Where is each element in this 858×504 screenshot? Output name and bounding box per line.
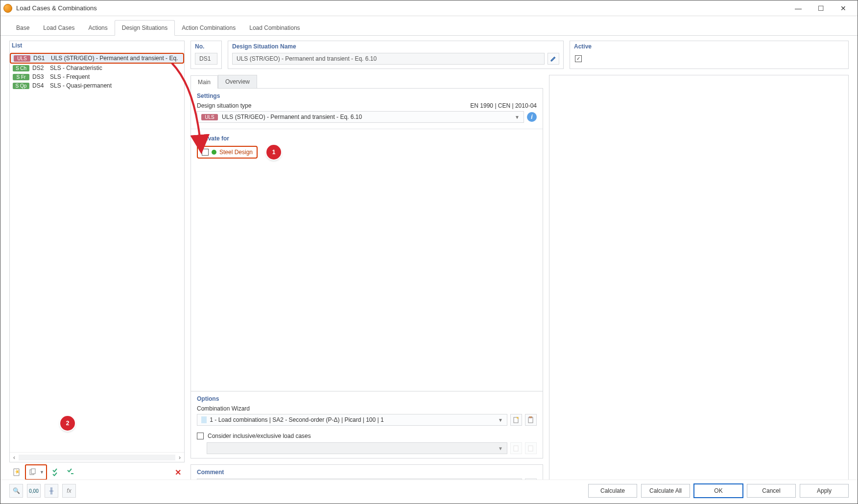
situations-list[interactable]: ULS DS1 ULS (STR/GEO) - Permanent and tr…	[10, 52, 184, 452]
tab-actions[interactable]: Actions	[81, 21, 114, 35]
cw-code-badge	[201, 416, 207, 423]
list-item-name: ULS (STR/GEO) - Permanent and transient …	[51, 55, 178, 62]
list-header: List	[10, 41, 184, 52]
window-title: Load Cases & Combinations	[16, 4, 787, 12]
list-item-name: SLS - Characteristic	[50, 65, 102, 71]
list-item-code: DS3	[32, 73, 47, 80]
formula-icon: fx	[67, 487, 71, 494]
subtab-overview[interactable]: Overview	[218, 75, 257, 88]
number-label: No.	[191, 41, 221, 52]
consider-new-button	[510, 442, 522, 454]
window-controls: — ☐ ✕	[787, 1, 855, 16]
cancel-button[interactable]: Cancel	[747, 484, 796, 498]
close-button[interactable]: ✕	[832, 1, 855, 16]
badge-uls: ULS	[14, 55, 30, 62]
side-panel	[549, 75, 849, 496]
cw-value: 1 - Load combinations | SA2 - Second-ord…	[210, 416, 383, 423]
calculate-all-button[interactable]: Calculate All	[641, 484, 690, 498]
svg-rect-10	[528, 446, 533, 451]
number-field[interactable]	[195, 53, 217, 65]
structure-button[interactable]: ╫	[45, 484, 58, 498]
deselect-icon	[67, 468, 74, 476]
new-icon	[12, 468, 20, 476]
badge-sch: S Ch	[13, 65, 29, 71]
apply-button[interactable]: Apply	[800, 484, 849, 498]
new-icon	[513, 416, 520, 423]
copy-item-button[interactable]	[27, 466, 39, 478]
list-item[interactable]: S Fr DS3 SLS - Frequent	[10, 72, 184, 81]
new-item-button[interactable]	[10, 466, 22, 478]
tab-base[interactable]: Base	[9, 21, 36, 35]
search-icon: 🔍	[13, 487, 20, 494]
title-bar: Load Cases & Combinations — ☐ ✕	[0, 0, 858, 16]
list-panel: List ULS DS1 ULS (STR/GEO) - Permanent a…	[9, 41, 185, 496]
comment-header: Comment	[197, 469, 537, 476]
formula-button[interactable]: fx	[62, 484, 76, 498]
annotation-marker-2: 2	[60, 416, 75, 431]
consider-checkbox[interactable]	[197, 433, 204, 439]
tab-design-situations[interactable]: Design Situations	[115, 20, 175, 36]
svg-rect-7	[528, 417, 533, 423]
list-item[interactable]: S Ch DS2 SLS - Characteristic	[10, 64, 184, 72]
badge-sfr: S Fr	[13, 74, 29, 80]
deselect-all-button[interactable]	[65, 466, 76, 478]
active-checkbox[interactable]: ✓	[575, 55, 582, 62]
list-item-code: DS2	[32, 65, 47, 71]
steel-design-option[interactable]: Steel Design	[197, 146, 258, 159]
list-item[interactable]: ULS DS1 ULS (STR/GEO) - Permanent and tr…	[10, 53, 184, 64]
list-item-code: DS4	[32, 82, 47, 89]
edit-icon	[550, 55, 557, 62]
list-scrollbar[interactable]: ‹ ›	[10, 452, 184, 462]
calculate-button[interactable]: Calculate	[588, 484, 637, 498]
type-value: ULS (STR/GEO) - Permanent and transient …	[222, 114, 362, 120]
steel-design-label: Steel Design	[219, 149, 253, 156]
minimize-button[interactable]: —	[787, 1, 810, 16]
steel-design-checkbox[interactable]	[202, 149, 209, 156]
activate-for-section: Activate for Steel Design 1	[191, 131, 543, 391]
cw-edit-button[interactable]	[525, 414, 537, 426]
scroll-right-icon[interactable]: ›	[175, 454, 184, 461]
name-panel: Design Situation Name	[228, 41, 564, 69]
settings-section: Settings Design situation type EN 1990 |…	[191, 89, 543, 127]
scroll-left-icon[interactable]: ‹	[10, 454, 19, 461]
delete-button[interactable]: ✕	[172, 466, 184, 478]
chevron-down-icon: ▼	[498, 446, 507, 451]
svg-rect-8	[529, 416, 532, 418]
tab-load-cases[interactable]: Load Cases	[36, 21, 81, 35]
annotation-marker-1: 1	[266, 145, 281, 160]
maximize-button[interactable]: ☐	[810, 1, 832, 16]
consider-dropdown[interactable]: ▼	[207, 442, 507, 454]
number-panel: No.	[191, 41, 222, 69]
list-item-name: SLS - Frequent	[50, 73, 90, 80]
combination-wizard-dropdown[interactable]: 1 - Load combinations | SA2 - Second-ord…	[197, 414, 507, 426]
select-all-button[interactable]	[50, 466, 62, 478]
dropdown-caret-icon[interactable]: ▼	[39, 466, 45, 478]
situation-type-dropdown[interactable]: ULS ULS (STR/GEO) - Permanent and transi…	[197, 111, 524, 123]
tab-action-combinations[interactable]: Action Combinations	[175, 21, 242, 35]
clipboard-icon	[527, 416, 534, 423]
standard-label: EN 1990 | CEN | 2010-04	[470, 102, 537, 109]
list-item[interactable]: S Qp DS4 SLS - Quasi-permanent	[10, 81, 184, 90]
chevron-down-icon: ▼	[515, 115, 520, 120]
ok-button[interactable]: OK	[694, 484, 743, 498]
tab-load-combinations[interactable]: Load Combinations	[242, 21, 307, 35]
active-panel: Active ✓	[570, 41, 849, 69]
combination-wizard-label: Combination Wizard	[197, 405, 537, 412]
info-icon[interactable]: i	[527, 112, 537, 122]
clipboard-icon	[527, 445, 534, 452]
type-badge: ULS	[201, 114, 218, 120]
list-item-name: SLS - Quasi-permanent	[50, 82, 112, 89]
name-field[interactable]	[232, 53, 545, 65]
status-dot-icon	[212, 150, 216, 155]
consider-edit-button	[525, 442, 537, 454]
units-icon: 0,00	[29, 488, 38, 494]
subtab-main[interactable]: Main	[191, 75, 218, 89]
activate-for-header: Activate for	[197, 135, 537, 142]
active-label: Active	[570, 41, 848, 52]
cw-new-button[interactable]	[510, 414, 522, 426]
list-toolbar: ▼ ✕	[9, 462, 185, 482]
units-button[interactable]: 0,00	[27, 484, 41, 498]
help-button[interactable]: 🔍	[9, 484, 23, 498]
edit-name-button[interactable]	[548, 53, 559, 65]
badge-sqp: S Qp	[13, 83, 29, 89]
